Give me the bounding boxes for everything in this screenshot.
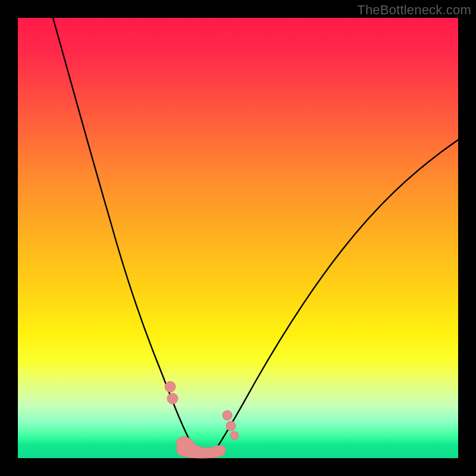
right-curve [215, 140, 458, 450]
bump-left-1 [165, 381, 176, 392]
bump-right-1 [223, 411, 232, 420]
outer-frame: TheBottleneck.com [0, 0, 476, 476]
bump-right-3 [230, 431, 239, 440]
valley-blob [176, 437, 226, 458]
bump-right-2 [226, 421, 236, 431]
chart-svg [18, 18, 458, 458]
bump-left-2 [167, 393, 178, 404]
watermark-text: TheBottleneck.com [357, 2, 471, 18]
plot-area [18, 18, 458, 458]
